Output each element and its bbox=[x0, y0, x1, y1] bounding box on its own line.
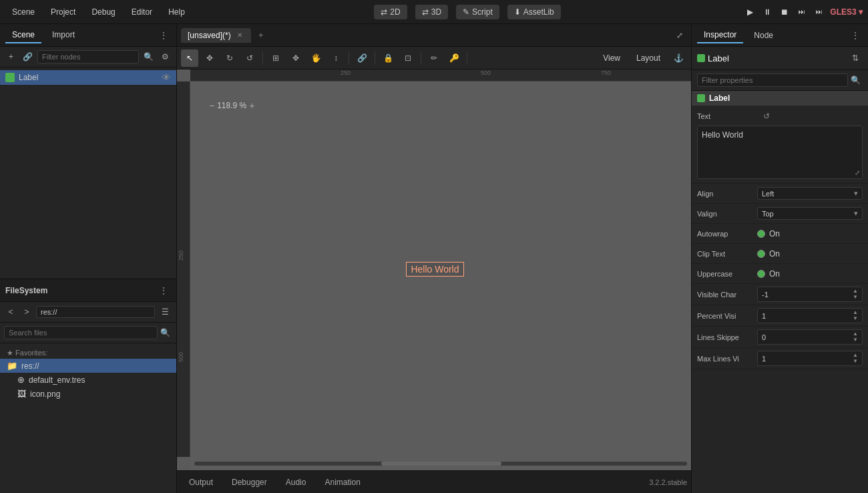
scale-tool-button[interactable]: ↺ bbox=[241, 49, 258, 67]
select-tool-button[interactable]: ↖ bbox=[181, 49, 198, 67]
prop-align-dropdown[interactable]: Left ▾ bbox=[757, 187, 863, 200]
link-tool-button[interactable]: 🔗 bbox=[353, 49, 371, 67]
bone-tool-button[interactable]: ✏ bbox=[425, 49, 443, 67]
fs-layout-button[interactable]: ☰ bbox=[158, 305, 172, 319]
prop-uppercase-toggle[interactable]: On bbox=[757, 269, 780, 279]
menu-editor[interactable]: Editor bbox=[125, 5, 159, 19]
snap-tool-button[interactable]: ⊞ bbox=[267, 49, 284, 67]
expand-viewport-button[interactable]: ⤢ bbox=[672, 28, 687, 43]
filter-nodes-input[interactable] bbox=[37, 50, 139, 63]
text-value-box[interactable]: Hello World bbox=[697, 126, 863, 179]
step2-button[interactable]: ⏭ bbox=[813, 5, 826, 19]
maxlinesvi-down[interactable]: ▼ bbox=[853, 359, 858, 364]
tab-scene[interactable]: Scene bbox=[5, 27, 41, 43]
mode-script[interactable]: ✎ Script bbox=[456, 5, 499, 19]
fs-forward-button[interactable]: > bbox=[20, 305, 33, 319]
tab-debugger[interactable]: Debugger bbox=[224, 475, 275, 490]
prop-valign-dropdown[interactable]: Top ▾ bbox=[757, 207, 863, 220]
inspector-menu-button[interactable]: ⋮ bbox=[848, 28, 863, 43]
tab-audio[interactable]: Audio bbox=[278, 475, 314, 490]
tab-close-button[interactable]: ✕ bbox=[235, 31, 244, 40]
link-node-button[interactable]: 🔗 bbox=[21, 49, 35, 64]
key-tool-button[interactable]: 🔑 bbox=[445, 49, 463, 67]
toolbar-separator-2 bbox=[349, 51, 349, 65]
canvas-label-element[interactable]: Hello World bbox=[406, 262, 463, 277]
tab-output[interactable]: Output bbox=[181, 475, 221, 490]
rotate-tool-button[interactable]: ↻ bbox=[221, 49, 238, 67]
visiblechar-spin[interactable]: ▲ ▼ bbox=[853, 289, 858, 300]
fs-back-button[interactable]: < bbox=[4, 305, 17, 319]
mode-assetlib[interactable]: ⬇ AssetLib bbox=[507, 5, 561, 19]
visiblechar-up[interactable]: ▲ bbox=[853, 289, 858, 294]
tree-item-label[interactable]: Label 👁 bbox=[0, 70, 176, 85]
linesskippe-down[interactable]: ▼ bbox=[853, 337, 858, 343]
pause-button[interactable]: ⏸ bbox=[761, 5, 774, 19]
tab-inspector[interactable]: Inspector bbox=[697, 27, 743, 43]
group-tool-button[interactable]: ⊡ bbox=[399, 49, 417, 67]
stop-button[interactable]: ⏹ bbox=[778, 5, 791, 19]
prop-linesskippe: Lines Skippe 0 ▲ ▼ bbox=[692, 327, 868, 348]
scrollbar-thumb-h[interactable] bbox=[381, 462, 501, 466]
tab-node[interactable]: Node bbox=[747, 28, 780, 43]
tab-import[interactable]: Import bbox=[45, 27, 81, 43]
fs-item-res[interactable]: 📁 res:// bbox=[0, 359, 176, 373]
maxlinesvi-up[interactable]: ▲ bbox=[853, 353, 858, 358]
menu-project[interactable]: Project bbox=[44, 5, 82, 19]
zoom-in-button[interactable]: + bbox=[249, 100, 254, 111]
prop-autowrap-toggle[interactable]: On bbox=[757, 229, 780, 238]
percentvisi-spin[interactable]: ▲ ▼ bbox=[853, 310, 858, 321]
fs-item-icon[interactable]: 🖼 icon.png bbox=[0, 387, 176, 401]
prop-text: Text ↺ Hello World ⤢ bbox=[692, 106, 868, 184]
scene-panel-menu[interactable]: ⋮ bbox=[156, 28, 171, 43]
prop-uppercase-label: Uppercase bbox=[697, 270, 757, 278]
linesskippe-spin[interactable]: ▲ ▼ bbox=[853, 331, 858, 343]
menu-help[interactable]: Help bbox=[162, 5, 192, 19]
text-reset-button[interactable]: ↺ bbox=[760, 110, 773, 123]
visibility-toggle[interactable]: 👁 bbox=[162, 72, 171, 83]
search-files-input[interactable] bbox=[4, 326, 158, 339]
prop-visiblechar-field[interactable]: -1 ▲ ▼ bbox=[757, 287, 863, 302]
prop-maxlinesvi-field[interactable]: 1 ▲ ▼ bbox=[757, 351, 863, 366]
pan-tool-button[interactable]: 🖐 bbox=[307, 49, 324, 67]
filter-properties-input[interactable] bbox=[697, 73, 848, 87]
anchor-button[interactable]: ⚓ bbox=[670, 49, 687, 67]
text-expand-button[interactable]: ⤢ bbox=[855, 169, 860, 176]
zoom-out-button[interactable]: − bbox=[209, 100, 214, 111]
filter-search-icon[interactable]: 🔍 bbox=[848, 73, 863, 88]
mode-3d[interactable]: ⇄ 3D bbox=[415, 5, 448, 19]
fs-menu-button[interactable]: ⋮ bbox=[156, 283, 171, 298]
lock-tool-button[interactable]: 🔒 bbox=[379, 49, 397, 67]
linesskippe-up[interactable]: ▲ bbox=[853, 331, 858, 337]
search-files-icon[interactable]: 🔍 bbox=[158, 325, 172, 340]
scrollbar-horizontal[interactable] bbox=[190, 460, 691, 468]
mode-2d[interactable]: ⇄ 2D bbox=[374, 5, 407, 19]
ruler-tool-button[interactable]: ↕ bbox=[327, 49, 345, 67]
play-button[interactable]: ▶ bbox=[743, 5, 756, 19]
menu-debug[interactable]: Debug bbox=[85, 5, 122, 19]
zoom-indicator: − 118.9 % + bbox=[209, 100, 254, 111]
percentvisi-up[interactable]: ▲ bbox=[853, 310, 858, 315]
step1-button[interactable]: ⏭ bbox=[795, 5, 809, 19]
layout-button[interactable]: Layout bbox=[630, 51, 667, 65]
toolbar-separator-4 bbox=[421, 51, 421, 65]
search-nodes-button[interactable]: 🔍 bbox=[142, 49, 156, 64]
pivot-tool-button[interactable]: ✥ bbox=[287, 49, 304, 67]
tab-animation[interactable]: Animation bbox=[316, 475, 368, 490]
tab-add-button[interactable]: + bbox=[254, 28, 268, 43]
move-tool-button[interactable]: ✥ bbox=[201, 49, 218, 67]
scene-config-button[interactable]: ⚙ bbox=[158, 49, 172, 64]
percentvisi-down[interactable]: ▼ bbox=[853, 316, 858, 321]
gles-badge[interactable]: GLES3 ▾ bbox=[830, 7, 863, 17]
editor-tab-unsaved[interactable]: [unsaved](*) ✕ bbox=[181, 28, 251, 43]
prop-percentvisi-field[interactable]: 1 ▲ ▼ bbox=[757, 308, 863, 323]
prop-cliptext-toggle[interactable]: On bbox=[757, 249, 780, 259]
maxlinesvi-spin[interactable]: ▲ ▼ bbox=[853, 353, 858, 364]
fs-item-env[interactable]: ⊕ default_env.tres bbox=[0, 373, 176, 387]
view-button[interactable]: View bbox=[596, 51, 627, 65]
prop-linesskippe-field[interactable]: 0 ▲ ▼ bbox=[757, 329, 863, 345]
visiblechar-down[interactable]: ▼ bbox=[853, 295, 858, 300]
menu-scene[interactable]: Scene bbox=[5, 5, 41, 19]
inspector-sort-button[interactable]: ⇅ bbox=[848, 51, 863, 65]
ruler-tick-500: 500 bbox=[481, 69, 491, 76]
add-node-button[interactable]: + bbox=[4, 49, 18, 64]
